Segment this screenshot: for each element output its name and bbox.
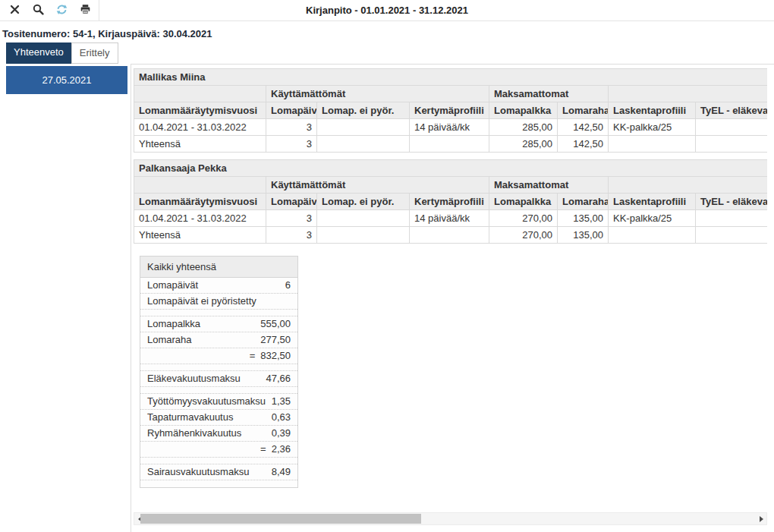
table-cell <box>410 136 489 153</box>
table-cell: 3 <box>266 136 317 153</box>
column-header: Lomaraha <box>558 102 609 119</box>
summary-spacer <box>140 480 297 487</box>
summary-label: Sairausvakuutusmaksu <box>147 466 249 477</box>
scroll-right-icon <box>760 516 763 522</box>
summary-row: =832,50 <box>140 348 297 364</box>
summary-value: 1,35 <box>272 395 291 407</box>
scroll-right-button[interactable] <box>756 513 766 524</box>
summary-value: 8,49 <box>272 466 291 477</box>
table-cell <box>609 227 696 244</box>
summary-value: 555,00 <box>260 318 291 329</box>
summary-label: Lomapäivät ei pyöristetty <box>147 295 256 307</box>
summary-box: Kaikki yhteensä Lomapäivät6Lomapäivät ei… <box>140 256 298 488</box>
table-cell <box>609 136 696 153</box>
summary-value: 47,66 <box>266 373 291 384</box>
toolbar-separator <box>99 0 99 20</box>
summary-label: Lomaraha <box>147 334 192 345</box>
summary-row: Lomapalkka555,00 <box>140 316 297 332</box>
table-cell: 14 päivää/kk <box>410 210 489 227</box>
summary-row: Työttömyysvakuutusmaksu1,35 <box>140 394 297 410</box>
summary-spacer <box>140 387 297 394</box>
summary-row: Eläkevakuutusmaksu47,66 <box>140 371 297 387</box>
table-cell: 270,00 <box>489 210 558 227</box>
summary-spacer <box>140 458 297 464</box>
summary-spacer <box>140 310 297 316</box>
tab-yhteenveto[interactable]: Yhteenveto <box>6 42 71 64</box>
summary-label: Ryhmähenkivakuutus <box>147 427 241 439</box>
content-area: 27.05.2021 Mallikas MiinaKäyttämättömätM… <box>0 64 774 532</box>
employee-table: Palkansaaja PekkaKäyttämättömätMaksamatt… <box>134 159 767 244</box>
table-row: Yhteensä3285,00142,50 <box>134 136 768 153</box>
table-cell <box>317 119 410 136</box>
table-cell: KK-palkka/25 <box>609 119 696 136</box>
employee-name: Mallikas Miina <box>134 69 768 86</box>
column-group-header: Käyttämättömät <box>266 86 489 102</box>
close-icon <box>10 5 20 17</box>
summary-label: Eläkevakuutusmaksu <box>147 373 241 384</box>
table-cell: 285,00 <box>489 119 558 136</box>
column-group-header: Maksamattomat <box>489 86 609 102</box>
print-icon <box>80 4 91 17</box>
search-button[interactable] <box>27 1 50 20</box>
table-row: 01.04.2021 - 31.03.2022314 päivää/kk270,… <box>134 210 768 227</box>
document-info: Tositenumero: 54-1, Kirjauspäivä: 30.04.… <box>0 21 774 42</box>
summary-row: =2,36 <box>140 442 297 458</box>
horizontal-scrollbar[interactable] <box>134 512 767 525</box>
employee-tables: Mallikas MiinaKäyttämättömätMaksamattoma… <box>134 68 774 244</box>
summary-value: 6 <box>285 279 291 291</box>
summary-value: 0,39 <box>272 427 291 439</box>
refresh-button[interactable] <box>50 1 74 20</box>
table-cell: 3 <box>266 227 317 244</box>
table-cell: 135,00 <box>558 210 609 227</box>
table-cell: 01.04.2021 - 31.03.2022 <box>134 119 266 136</box>
summary-row: Tapaturmavakuutus0,63 <box>140 410 297 426</box>
window-title: Kirjanpito - 01.01.2021 - 31.12.2021 <box>0 5 774 16</box>
column-header: Laskentaprofiili <box>609 102 696 119</box>
table-cell: KK-palkka/25 <box>609 210 696 227</box>
table-cell <box>696 136 768 153</box>
sidebar-item-date[interactable]: 27.05.2021 <box>6 66 127 94</box>
scrollbar-thumb[interactable] <box>140 514 421 524</box>
print-button[interactable] <box>74 1 97 20</box>
table-cell <box>410 227 489 244</box>
summary-value: =832,50 <box>250 350 291 361</box>
table-cell <box>317 210 410 227</box>
table-cell: 135,00 <box>558 227 609 244</box>
table-cell: Yhteensä <box>134 136 266 153</box>
tab-erittely[interactable]: Erittely <box>71 42 118 64</box>
refresh-icon <box>56 4 68 17</box>
search-icon <box>33 4 44 17</box>
column-header: Lomapalkka <box>489 102 558 119</box>
table-cell <box>317 136 410 153</box>
close-button[interactable] <box>3 1 27 20</box>
sidebar: 27.05.2021 <box>0 64 131 532</box>
table-cell: Yhteensä <box>134 227 266 244</box>
column-group-header <box>134 86 266 102</box>
table-cell: 14 päivää/kk <box>410 119 489 136</box>
summary-value: 277,50 <box>260 334 291 345</box>
summary-row: Sairausvakuutusmaksu8,49 <box>140 464 297 480</box>
column-header: TyEL - eläkeval <box>696 194 768 210</box>
table-cell: 3 <box>266 210 317 227</box>
summary-label: Työttömyysvakuutusmaksu <box>147 395 266 407</box>
table-cell <box>696 119 768 136</box>
column-header: Lomapalkka <box>489 194 558 210</box>
table-cell: 285,00 <box>489 136 558 153</box>
equals-sign: = <box>250 350 256 361</box>
column-header: Lomaraha <box>558 194 609 210</box>
summary-label: Lomapäivät <box>147 279 198 291</box>
column-header: Kertymäprofiili <box>410 102 489 119</box>
equals-sign: = <box>260 443 266 455</box>
column-header: Lomapäivät <box>266 194 317 210</box>
column-header: Lomap. ei pyör. <box>317 102 410 119</box>
main-panel: Mallikas MiinaKäyttämättömätMaksamattoma… <box>131 64 774 532</box>
table-cell: 142,50 <box>558 136 609 153</box>
summary-rows: Lomapäivät6Lomapäivät ei pyöristettyLoma… <box>140 278 297 487</box>
column-header: Lomapäivät <box>266 102 317 119</box>
summary-spacer <box>140 364 297 371</box>
summary-label: Lomapalkka <box>147 318 200 329</box>
table-row: 01.04.2021 - 31.03.2022314 päivää/kk285,… <box>134 119 768 136</box>
column-header: Kertymäprofiili <box>410 194 489 210</box>
table-cell: 3 <box>266 119 317 136</box>
table-cell: 01.04.2021 - 31.03.2022 <box>134 210 266 227</box>
